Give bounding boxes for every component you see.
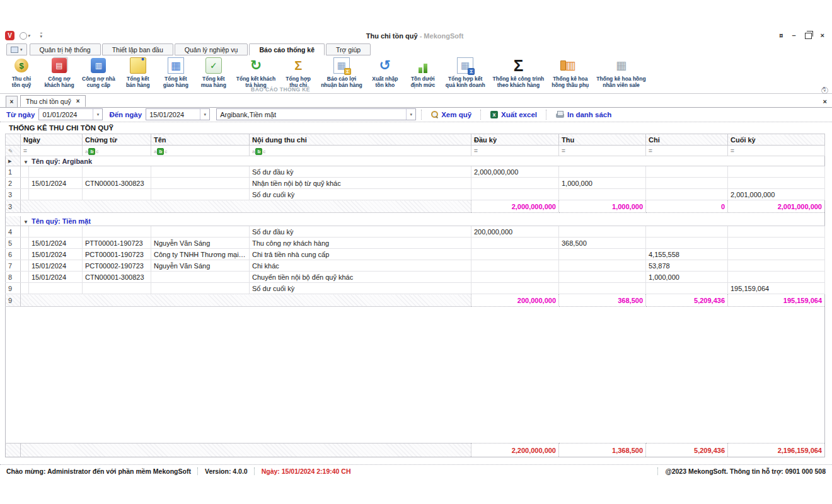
filter-cell-ngay[interactable]: = [21,146,83,156]
group-header-cell[interactable]: ▼Tên quỹ: Argibank [21,156,825,166]
to-date-dropdown-icon[interactable]: ▾ [200,109,209,120]
close-icon[interactable]: × [821,32,824,39]
cell-noidung[interactable]: Chuyển tiền nội bộ đến quỹ khác [250,272,471,283]
cell-thu[interactable] [559,189,646,200]
cell-noidung[interactable]: Số dư cuối kỳ [250,189,471,200]
ribbon-item-2[interactable]: Công nợ nhà cung cấp [78,55,119,89]
cell-dauky[interactable]: 2,000,000,000 [471,166,559,178]
doc-tab-thu-chi-ton-quy[interactable]: Thu chi tồn quỹ × [20,95,86,107]
fund-select-dropdown-icon[interactable]: ▾ [406,109,415,120]
column-header-chungtu[interactable]: Chứng từ [83,134,151,146]
menu-tab-3[interactable]: Báo cáo thống kê [249,43,325,55]
cell-thu[interactable] [559,283,646,294]
cell-noidung[interactable]: Thu công nợ khách hàng [250,238,471,249]
cell-ngay[interactable] [29,283,83,294]
cell-ten[interactable] [151,283,250,294]
cell-chungtu[interactable]: PCT00001-190723 [83,249,151,260]
column-header-thu[interactable]: Thu [559,134,646,146]
fullscreen-icon[interactable]: ¤ [779,32,783,39]
cell-ten[interactable] [151,226,250,238]
menu-tab-4[interactable]: Trợ giúp [326,43,371,55]
collapse-arrow-icon[interactable]: ▼ [23,219,28,225]
quick-access-record-icon[interactable]: ▾ [20,32,30,40]
group-header-row[interactable]: ▼Tên quỹ: Tiền mặt [6,216,825,226]
cell-chi[interactable] [646,189,728,200]
cell-chungtu[interactable] [83,226,151,238]
doc-tab-close-icon[interactable]: × [76,98,80,105]
cell-cuoiky[interactable] [728,226,825,238]
filter-cell-dauky[interactable]: = [471,146,559,156]
restore-icon[interactable] [805,33,812,39]
to-date-input[interactable]: 15/01/2024 ▾ [146,108,210,120]
cell-thu[interactable] [559,272,646,283]
ribbon-item-3[interactable]: Tổng kết bán hàng [119,55,157,89]
cell-ten[interactable] [151,189,250,200]
cell-cuoiky[interactable]: 2,001,000,000 [728,189,825,200]
group-header-cell[interactable]: ▼Tên quỹ: Tiền mặt [21,216,825,226]
column-header-dauky[interactable]: Đầu kỳ [471,134,559,146]
menu-tab-2[interactable]: Quản lý nghiệp vụ [175,43,248,55]
cell-cuoiky[interactable] [728,272,825,283]
ribbon-item-1[interactable]: Công nợ khách hàng [40,55,78,89]
filter-cell-chi[interactable]: = [646,146,728,156]
export-excel-button[interactable]: x Xuất excel [487,111,541,118]
from-date-input[interactable]: 01/01/2024 ▾ [38,108,103,120]
column-header-noidung[interactable]: Nội dung thu chi [250,134,471,146]
group-header-row[interactable]: ▸▼Tên quỹ: Argibank [6,156,825,166]
cell-ten[interactable] [151,166,250,178]
ribbon-item-8[interactable]: Báo cáo lợi nhuận bán hàng [317,55,366,89]
ribbon-item-11[interactable]: Tổng hợp kết quả kinh doanh [442,55,489,89]
panel-close-icon[interactable]: × [823,98,827,105]
cell-thu[interactable]: 1,000,000 [559,178,646,189]
cell-ngay[interactable]: 15/01/2024 [29,249,83,260]
filter-cell-noidung[interactable]: abc [250,146,471,156]
cell-ten[interactable]: Nguyễn Văn Sáng [151,238,250,249]
cell-thu[interactable] [559,249,646,260]
collapse-arrow-icon[interactable]: ▼ [23,159,28,165]
cell-chungtu[interactable] [83,166,151,178]
quick-access-customize-icon[interactable]: ▾ [40,33,43,39]
view-fund-button[interactable]: Xem quỹ [427,111,475,118]
cell-chungtu[interactable]: PCT00002-190723 [83,260,151,272]
from-date-dropdown-icon[interactable]: ▾ [93,109,102,120]
ribbon-collapse-icon[interactable]: ^ [823,86,826,92]
filter-cell-ten[interactable]: abc [151,146,250,156]
cell-ngay[interactable]: 15/01/2024 [29,272,83,283]
cell-chi[interactable]: 1,000,000 [646,272,728,283]
cell-noidung[interactable]: Chi khác [250,260,471,272]
cell-chungtu[interactable]: PTT00001-190723 [83,238,151,249]
cell-ten[interactable]: Công ty TNHH Thương mại Dịch vụ Điện n..… [151,249,250,260]
cell-ngay[interactable] [29,226,83,238]
cell-dauky[interactable] [471,178,559,189]
cell-dauky[interactable] [471,272,559,283]
cell-cuoiky[interactable] [728,249,825,260]
minimize-icon[interactable]: – [792,32,795,39]
cell-chi[interactable]: 4,155,558 [646,249,728,260]
cell-thu[interactable] [559,226,646,238]
cell-ngay[interactable]: 15/01/2024 [29,178,83,189]
cell-chungtu[interactable]: CTN00001-300823 [83,272,151,283]
cell-ten[interactable]: Nguyễn Văn Sáng [151,260,250,272]
ribbon-item-4[interactable]: Tổng kết giao hàng [157,55,195,89]
cell-chi[interactable] [646,283,728,294]
cell-noidung[interactable]: Chi trả tiền nhà cung cấp [250,249,471,260]
filter-cell-cuoiky[interactable]: = [728,146,825,156]
cell-ngay[interactable] [29,166,83,178]
ribbon-item-14[interactable]: Thống kê hoa hồng nhân viên sale [592,55,649,89]
cell-ngay[interactable]: 15/01/2024 [29,238,83,249]
cell-dauky[interactable] [471,238,559,249]
cell-dauky[interactable] [471,260,559,272]
cell-cuoiky[interactable]: 195,159,064 [728,283,825,294]
cell-cuoiky[interactable] [728,166,825,178]
cell-chi[interactable] [646,226,728,238]
cell-cuoiky[interactable] [728,260,825,272]
menu-tab-1[interactable]: Thiết lập ban đầu [102,43,173,55]
cell-cuoiky[interactable] [728,178,825,189]
cell-chi[interactable] [646,238,728,249]
menu-tab-0[interactable]: Quản trị hệ thống [30,43,101,55]
column-header-ngay[interactable]: Ngày [21,134,83,146]
cell-ten[interactable] [151,272,250,283]
ribbon-item-7[interactable]: Tổng hợp thu chi [279,55,317,89]
cell-chungtu[interactable]: CTN00001-300823 [83,178,151,189]
fund-select[interactable]: Argibank,Tiền mặt ▾ [216,108,416,120]
